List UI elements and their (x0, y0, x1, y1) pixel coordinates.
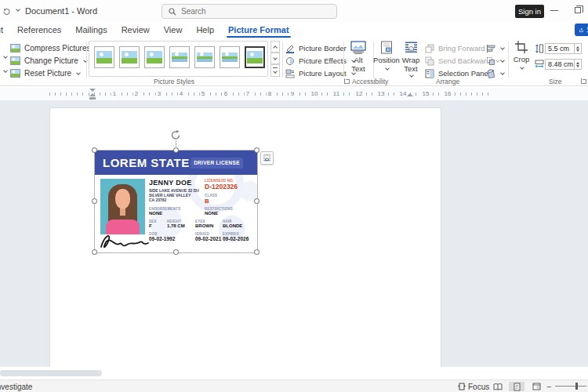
resize-handle-bottom-left[interactable] (92, 249, 97, 255)
selected-picture[interactable]: LOREM STATE DRIVER LICENSE JENNY DOE SID… (95, 151, 257, 252)
gallery-scroll-down-button[interactable] (270, 53, 280, 64)
picture-layout-button[interactable]: Picture Layout (285, 68, 355, 78)
group-objects-button[interactable] (486, 56, 504, 66)
left-indent-icon[interactable] (89, 97, 96, 100)
picture-style-thumbnail-5[interactable] (194, 46, 215, 68)
ruler-number: 5 (200, 90, 206, 98)
shape-width-field[interactable]: 8.48 cm (545, 59, 582, 70)
zoom-slider-thumb[interactable] (575, 383, 578, 390)
picture-effects-button[interactable]: Picture Effects (285, 56, 355, 66)
layout-options-button[interactable] (260, 151, 274, 165)
status-left-text[interactable]: Investigate (0, 383, 32, 391)
stepper-down-icon[interactable] (576, 65, 579, 67)
accessibility-dialog-launcher-icon[interactable] (344, 78, 350, 84)
rotate-handle[interactable] (170, 129, 181, 140)
ruler-number: 8 (267, 90, 273, 98)
chevron-down-icon (500, 45, 505, 50)
ruler-number: 3 (156, 90, 162, 98)
position-button[interactable]: Position (376, 41, 397, 70)
first-line-indent-icon[interactable] (89, 89, 96, 92)
resize-handle-bottom-right[interactable] (254, 249, 260, 255)
wrap-text-button[interactable]: Wrap Text (399, 41, 423, 77)
expires-value: 09-02-2026 (223, 236, 249, 241)
tab-mailings[interactable]: Mailings (68, 22, 114, 38)
zoom-slider[interactable] (555, 386, 586, 387)
tab-help[interactable]: Help (189, 22, 221, 38)
stepper-up-icon[interactable] (576, 46, 579, 49)
minimize-icon[interactable] (550, 10, 558, 11)
sign-in-button[interactable]: Sign in (515, 5, 544, 18)
resize-handle-top-right[interactable] (254, 147, 260, 153)
stepper-down-icon[interactable] (576, 49, 579, 52)
picture-style-thumbnail-4[interactable] (169, 46, 190, 68)
group-objects-icon (486, 56, 495, 66)
crop-button[interactable]: Crop (511, 41, 532, 69)
right-indent-icon[interactable] (407, 93, 413, 96)
rotate-objects-button[interactable] (486, 68, 504, 78)
resize-handle-bottom[interactable] (173, 249, 179, 255)
driver-license-image[interactable]: LOREM STATE DRIVER LICENSE JENNY DOE SID… (95, 151, 257, 252)
group-separator (86, 42, 87, 78)
picture-style-thumbnail-1[interactable] (94, 46, 114, 68)
hanging-indent-icon[interactable] (89, 93, 96, 96)
photo-face (115, 189, 130, 209)
tab-review[interactable]: Review (114, 22, 157, 38)
height-stepper[interactable] (574, 44, 581, 53)
stepper-up-icon[interactable] (576, 62, 579, 64)
horizontal-scrollbar[interactable] (0, 367, 588, 379)
document-area (0, 100, 588, 367)
align-objects-button[interactable] (486, 43, 504, 53)
read-mode-icon (493, 383, 503, 390)
restore-icon[interactable] (575, 7, 581, 13)
tab-view[interactable]: View (157, 22, 190, 38)
resize-handle-left[interactable] (92, 198, 97, 204)
size-group-label: Size (549, 78, 562, 85)
license-state-name: LOREM STATE (103, 156, 190, 169)
picture-style-thumbnail-2[interactable] (119, 46, 140, 68)
picture-style-thumbnail-7-selected[interactable] (245, 46, 265, 68)
search-box[interactable] (162, 4, 337, 19)
focus-button[interactable]: Focus (468, 383, 489, 391)
clipped-dropdown-chevron-icon[interactable] (3, 54, 8, 59)
resize-handle-right[interactable] (254, 198, 260, 204)
picture-style-thumbnail-3[interactable] (144, 46, 165, 68)
ruler-number: 10 (310, 90, 320, 98)
compress-pictures-button[interactable]: Compress Pictures (10, 43, 90, 53)
search-input[interactable] (181, 7, 314, 16)
quick-access-icon[interactable] (2, 7, 11, 16)
eyes-value: BROWN (195, 223, 213, 228)
horizontal-scrollbar-thumb[interactable] (0, 370, 102, 376)
size-dialog-launcher-icon[interactable] (581, 78, 586, 84)
gallery-more-button[interactable] (270, 64, 280, 77)
bring-forward-icon (425, 44, 434, 53)
picture-effects-icon (285, 56, 295, 66)
resize-handle-top[interactable] (173, 147, 179, 153)
share-button[interactable]: Share (575, 24, 588, 36)
bring-forward-button[interactable]: Bring Forward (425, 43, 494, 53)
read-mode-button[interactable] (490, 382, 506, 391)
gallery-scroll-up-button[interactable] (270, 41, 280, 53)
selection-pane-label: Selection Pane (438, 69, 488, 78)
web-layout-button[interactable] (528, 382, 544, 391)
picture-border-button[interactable]: Picture Border (285, 43, 355, 53)
left-indent-marker[interactable] (89, 89, 96, 100)
quick-access-chevron-icon[interactable] (16, 7, 20, 12)
alt-text-button[interactable]: Alt Text (346, 41, 371, 73)
picture-style-preview (147, 51, 162, 64)
right-indent-marker[interactable] (407, 93, 413, 96)
change-picture-button[interactable]: Change Picture (10, 56, 87, 66)
reset-picture-button[interactable]: Reset Picture (10, 68, 80, 78)
tab-picture-format[interactable]: Picture Format (221, 22, 296, 38)
rotate-objects-icon (486, 69, 495, 78)
chevron-down-icon (273, 56, 278, 60)
resize-handle-top-left[interactable] (92, 147, 97, 153)
shape-height-field[interactable]: 5.5 cm (545, 43, 582, 54)
zoom-out-button[interactable]: − (546, 382, 551, 391)
tab-layout[interactable]: Layout (0, 22, 10, 38)
chevron-down-icon (76, 71, 81, 75)
print-layout-button[interactable] (509, 382, 524, 391)
tab-references[interactable]: References (10, 22, 68, 38)
picture-style-thumbnail-6[interactable] (220, 46, 240, 68)
clipped-dropdown-chevron-icon[interactable] (3, 68, 8, 73)
width-stepper[interactable] (574, 60, 581, 69)
